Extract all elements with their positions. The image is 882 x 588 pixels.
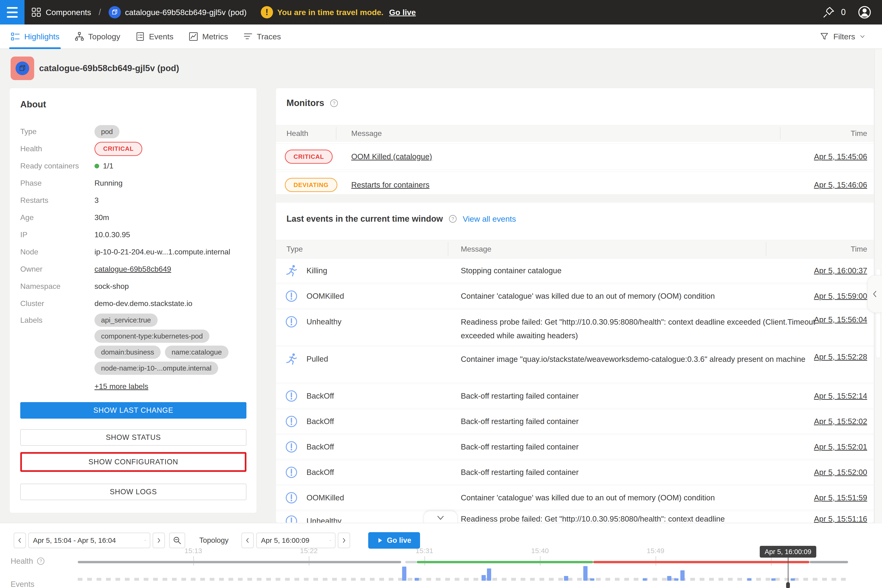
monitor-message-link[interactable]: Restarts for containers (351, 180, 429, 189)
field-label: Owner (20, 265, 94, 273)
user-avatar[interactable] (858, 5, 872, 20)
event-message: Readiness probe failed: Get "http://10.0… (461, 514, 828, 523)
event-time-link[interactable]: Apr 5, 15:52:00 (814, 468, 867, 477)
time-prev-button[interactable] (242, 532, 254, 548)
monitors-col-time: Time (850, 129, 867, 138)
event-type: BackOff (285, 415, 334, 428)
time-next-button[interactable] (338, 532, 350, 548)
event-time-link[interactable]: Apr 5, 15:52:02 (814, 417, 867, 426)
range-prev-button[interactable] (14, 532, 26, 548)
time-marker-handle[interactable] (786, 582, 790, 588)
range-next-button[interactable] (153, 532, 165, 548)
monitor-time-link[interactable]: Apr 5, 15:46:06 (814, 180, 867, 189)
monitors-table-header: Health Message Time (276, 125, 874, 142)
field-label: Cluster (20, 299, 94, 308)
event-type: BackOff (285, 466, 334, 479)
field-value: Running (94, 179, 123, 188)
svg-text:?: ? (452, 216, 454, 222)
expand-side-panel-handle[interactable] (867, 275, 882, 313)
event-row: PulledContainer image "quay.io/stackstat… (276, 346, 874, 383)
tab-label: Metrics (202, 32, 228, 41)
event-message: Readiness probe failed: Get "http://10.0… (461, 315, 828, 342)
go-live-button[interactable]: Go live (368, 532, 420, 549)
pin-count: 0 (841, 7, 846, 17)
monitor-time-link[interactable]: Apr 5, 15:45:06 (814, 152, 867, 161)
breadcrumb-entity[interactable]: catalogue-69b58cb649-gjl5v (pod) (125, 8, 247, 17)
about-field-namespace: Namespacesock-shop (20, 278, 247, 295)
events-col-time: Time (850, 245, 867, 254)
event-time-link[interactable]: Apr 5, 15:51:59 (814, 493, 867, 502)
tab-highlights[interactable]: Highlights (10, 24, 59, 48)
pin-icon[interactable] (823, 6, 835, 18)
event-time-link[interactable]: Apr 5, 15:52:28 (814, 352, 867, 362)
time-travel-banner: ! You are in time travel mode. Go live (261, 6, 416, 18)
event-type: OOMKilled (285, 491, 344, 504)
health-help-icon[interactable]: ? (36, 556, 45, 566)
alert-icon (285, 290, 298, 303)
ready-dot (94, 164, 99, 168)
breadcrumb-components[interactable]: Components (46, 8, 91, 17)
tab-topology[interactable]: Topology (75, 24, 120, 48)
show-configuration-button[interactable]: SHOW CONFIGURATION (20, 452, 246, 472)
event-time-link[interactable]: Apr 5, 15:59:00 (814, 292, 867, 301)
label-chip: domain:business (94, 346, 160, 359)
monitors-col-health: Health (286, 129, 308, 138)
event-time-link[interactable]: Apr 5, 15:51:16 (814, 514, 867, 523)
event-message: Back-off restarting failed container (461, 417, 828, 426)
tab-events[interactable]: Events (135, 24, 173, 48)
time-marker-line (788, 558, 789, 584)
event-time-link[interactable]: Apr 5, 15:52:14 (814, 392, 867, 400)
label-chip: component-type:kubernetes-pod (94, 330, 209, 343)
page-title: catalogue-69b58cb649-gjl5v (pod) (39, 57, 179, 80)
metrics-icon (189, 32, 198, 42)
hamburger-menu-button[interactable] (0, 0, 24, 24)
health-segment-unknown (810, 561, 848, 563)
event-time-link[interactable]: Apr 5, 15:52:01 (814, 442, 867, 452)
event-time-link[interactable]: Apr 5, 16:00:37 (814, 266, 867, 275)
warning-icon: ! (261, 6, 273, 18)
more-labels-link[interactable]: +15 more labels (94, 382, 148, 391)
field-value: 1/1 (94, 162, 113, 170)
event-row: OOMKilledContainer 'catalogue' was kille… (276, 486, 874, 510)
label-chip-row: api_service:true (94, 314, 228, 327)
field-label: Phase (20, 179, 94, 188)
play-icon (377, 537, 383, 543)
monitors-help-icon[interactable]: ? (329, 99, 339, 108)
health-segment-critical (593, 561, 810, 563)
events-col-type: Type (286, 245, 303, 254)
event-row: BackOffBack-off restarting failed contai… (276, 435, 874, 459)
timeline-tick-label: 15:13 (175, 547, 212, 555)
show-status-button[interactable]: SHOW STATUS (20, 429, 246, 446)
monitor-message-link[interactable]: OOM Killed (catalogue) (351, 152, 432, 161)
topology-icon (75, 32, 84, 42)
event-histogram-bar (402, 567, 406, 581)
show-logs-button[interactable]: SHOW LOGS (20, 484, 246, 500)
chevron-down-icon (329, 538, 335, 543)
event-histogram-bar (583, 566, 588, 581)
view-all-events-link[interactable]: View all events (463, 214, 516, 224)
show-last-change-button[interactable]: SHOW LAST CHANGE (20, 402, 246, 418)
timeline-tick-label: 15:40 (521, 547, 559, 555)
event-row: BackOffBack-off restarting failed contai… (276, 384, 874, 408)
main-content: catalogue-69b58cb649-gjl5v (pod) About T… (0, 49, 882, 523)
owner-link[interactable]: catalogue-69b58cb649 (94, 265, 171, 273)
events-table-header: Type Message Time (276, 240, 874, 258)
events-help-icon[interactable]: ? (448, 214, 458, 224)
go-live-link[interactable]: Go live (389, 8, 416, 17)
monitor-health-pill: DEVIATING (285, 178, 338, 192)
event-histogram-bar (667, 576, 671, 581)
event-time-link[interactable]: Apr 5, 15:56:04 (814, 315, 867, 324)
topology-time-select[interactable]: Apr 5, 16:00:09 (256, 532, 336, 548)
about-heading: About (20, 99, 46, 110)
expand-events-button[interactable] (424, 511, 458, 523)
filters-button[interactable]: Filters (820, 24, 882, 48)
events-heading-row: Last events in the current time window ?… (286, 214, 516, 224)
field-label: Type (20, 127, 94, 136)
zoom-out-button[interactable] (169, 532, 185, 548)
tab-metrics[interactable]: Metrics (189, 24, 228, 48)
about-field-type: Typepod (20, 123, 247, 140)
alert-icon (285, 415, 298, 428)
time-range-select[interactable]: Apr 5, 15:04 - Apr 5, 16:04 (28, 532, 150, 548)
tab-traces[interactable]: Traces (243, 24, 281, 48)
event-histogram-bar (747, 578, 752, 581)
